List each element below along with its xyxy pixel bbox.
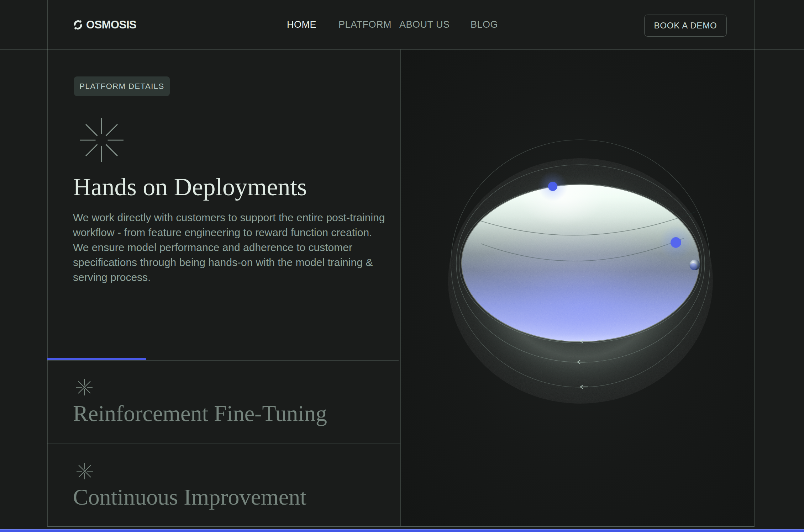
blue-particle — [548, 182, 557, 191]
section1-divider — [47, 360, 399, 361]
left-border-rule — [47, 0, 48, 526]
container-bottom-divider — [47, 526, 755, 527]
nav-item-about-us[interactable]: ABOUT US — [399, 0, 450, 49]
orb-illustration — [401, 50, 754, 526]
section-title-hands-on-deployments[interactable]: Hands on Deployments — [73, 173, 307, 201]
blue-particle — [671, 237, 681, 248]
osmosis-logo-icon — [73, 20, 83, 30]
section2-divider — [47, 443, 400, 443]
logo-text: OSMOSIS — [86, 18, 136, 31]
active-section-progress-bar — [47, 358, 146, 360]
book-a-demo-button[interactable]: BOOK A DEMO — [644, 15, 727, 37]
illustration-panel — [401, 50, 754, 526]
bottom-accent-bar — [0, 529, 804, 532]
asterisk-icon — [76, 462, 94, 482]
logo[interactable]: OSMOSIS — [73, 0, 136, 49]
right-border-rule — [754, 0, 755, 526]
platform-details-badge: PLATFORM DETAILS — [74, 76, 170, 96]
section-title-reinforcement-fine-tuning[interactable]: Reinforcement Fine-Tuning — [73, 400, 327, 427]
nav-item-home[interactable]: HOME — [287, 0, 316, 49]
page: OSMOSIS HOME PLATFORM ABOUT US BLOG BOOK… — [0, 0, 804, 532]
section-title-continuous-improvement[interactable]: Continuous Improvement — [73, 484, 306, 510]
nav-item-platform[interactable]: PLATFORM — [338, 0, 392, 49]
asterisk-icon — [75, 378, 93, 398]
nav-item-blog[interactable]: BLOG — [471, 0, 498, 49]
section-description: We work directly with customers to suppo… — [73, 210, 388, 285]
header: OSMOSIS HOME PLATFORM ABOUT US BLOG BOOK… — [0, 0, 804, 49]
burst-icon — [79, 117, 124, 164]
